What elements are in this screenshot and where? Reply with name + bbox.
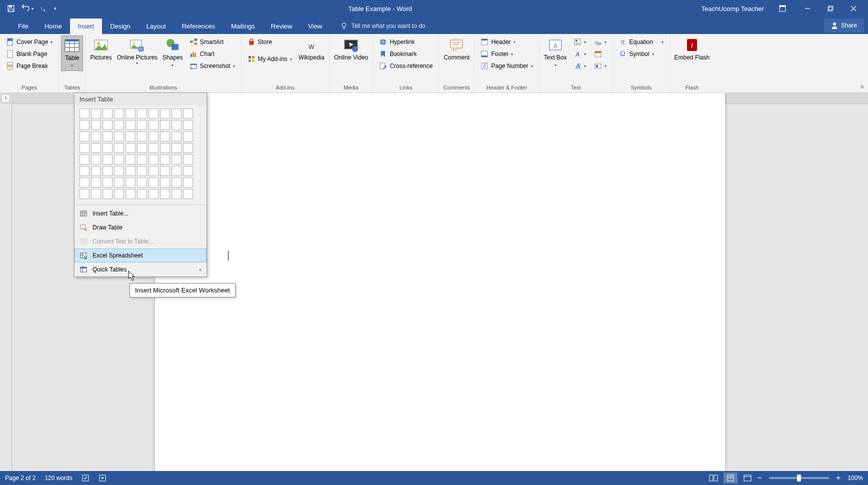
grid-cell[interactable] (137, 143, 147, 153)
grid-cell[interactable] (137, 154, 147, 164)
zoom-thumb[interactable] (797, 474, 801, 482)
grid-cell[interactable] (172, 132, 182, 142)
grid-cell[interactable] (160, 189, 170, 199)
object-button[interactable]: ▾ (592, 60, 609, 72)
ribbon-display-options[interactable] (771, 1, 794, 16)
table-button[interactable]: Table▾ (61, 36, 83, 71)
macro-icon[interactable] (98, 474, 106, 482)
grid-cell[interactable] (172, 178, 182, 188)
vertical-ruler[interactable]: └ (0, 93, 12, 471)
grid-cell[interactable] (114, 120, 124, 130)
date-time-button[interactable] (592, 48, 609, 60)
grid-cell[interactable] (172, 154, 182, 164)
equation-button[interactable]: πEquation ▾ (616, 36, 666, 48)
footer-button[interactable]: Footer▾ (478, 48, 535, 60)
grid-cell[interactable] (80, 178, 90, 188)
grid-cell[interactable] (137, 166, 147, 176)
grid-cell[interactable] (148, 120, 158, 130)
grid-cell[interactable] (102, 120, 112, 130)
grid-cell[interactable] (148, 166, 158, 176)
grid-cell[interactable] (102, 178, 112, 188)
spelling-icon[interactable] (82, 474, 90, 482)
cross-reference-button[interactable]: Cross-reference (376, 60, 435, 72)
grid-cell[interactable] (102, 189, 112, 199)
page-number-button[interactable]: #Page Number▾ (478, 60, 535, 72)
grid-cell[interactable] (102, 132, 112, 142)
tab-review[interactable]: Review (263, 18, 300, 34)
wordart-button[interactable]: A▾ (571, 48, 588, 60)
header-button[interactable]: Header▾ (478, 36, 535, 48)
zoom-out-button[interactable]: − (758, 474, 762, 482)
grid-cell[interactable] (114, 154, 124, 164)
wikipedia-button[interactable]: WWikipedia (296, 36, 327, 62)
dropdown-item-draw-table[interactable]: Draw Table (74, 220, 206, 234)
drop-cap-button[interactable]: A▾ (571, 60, 588, 72)
grid-cell[interactable] (126, 143, 136, 153)
grid-cell[interactable] (172, 189, 182, 199)
grid-cell[interactable] (80, 189, 90, 199)
grid-cell[interactable] (102, 166, 112, 176)
grid-cell[interactable] (91, 143, 101, 153)
grid-cell[interactable] (91, 120, 101, 130)
grid-cell[interactable] (137, 120, 147, 130)
tab-layout[interactable]: Layout (138, 18, 174, 34)
grid-cell[interactable] (80, 166, 90, 176)
grid-cell[interactable] (137, 189, 147, 199)
tab-insert[interactable]: Insert (70, 18, 102, 34)
page-indicator[interactable]: Page 2 of 2 (5, 474, 36, 482)
tab-selector[interactable]: └ (1, 94, 10, 103)
text-box-button[interactable]: AText Box▾ (542, 36, 570, 70)
comment-button[interactable]: Comment (441, 36, 472, 62)
grid-cell[interactable] (137, 108, 147, 118)
web-layout-button[interactable] (740, 472, 754, 484)
hyperlink-button[interactable]: Hyperlink (376, 36, 435, 48)
grid-cell[interactable] (137, 132, 147, 142)
grid-cell[interactable] (160, 108, 170, 118)
cover-page-button[interactable]: Cover Page▾ (4, 36, 55, 48)
grid-cell[interactable] (160, 120, 170, 130)
minimize-button[interactable] (796, 1, 819, 16)
grid-cell[interactable] (114, 178, 124, 188)
symbol-button[interactable]: ΩSymbol▾ (616, 48, 666, 60)
tab-mailings[interactable]: Mailings (223, 18, 263, 34)
grid-cell[interactable] (80, 132, 90, 142)
grid-cell[interactable] (91, 154, 101, 164)
grid-cell[interactable] (80, 120, 90, 130)
grid-cell[interactable] (172, 166, 182, 176)
grid-cell[interactable] (91, 166, 101, 176)
word-count[interactable]: 120 words (44, 474, 72, 482)
table-grid-picker[interactable] (74, 106, 206, 203)
qat-customize[interactable]: ▾ (51, 2, 59, 16)
grid-cell[interactable] (148, 108, 158, 118)
tell-me-search[interactable]: Tell me what you want to do (340, 22, 425, 34)
grid-cell[interactable] (114, 132, 124, 142)
grid-cell[interactable] (126, 166, 136, 176)
grid-cell[interactable] (91, 132, 101, 142)
grid-cell[interactable] (160, 143, 170, 153)
grid-cell[interactable] (91, 178, 101, 188)
tab-file[interactable]: File (10, 18, 36, 34)
read-mode-button[interactable] (706, 472, 720, 484)
bookmark-button[interactable]: Bookmark (376, 48, 435, 60)
dropdown-item-excel-spreadsheet[interactable]: XExcel Spreadsheet (74, 248, 206, 262)
dropdown-item-quick-tables[interactable]: Quick Tables▸ (74, 262, 206, 276)
grid-cell[interactable] (102, 154, 112, 164)
grid-cell[interactable] (183, 120, 193, 130)
grid-cell[interactable] (126, 178, 136, 188)
tab-view[interactable]: View (300, 18, 330, 34)
grid-cell[interactable] (183, 108, 193, 118)
grid-cell[interactable] (148, 143, 158, 153)
tab-references[interactable]: References (174, 18, 223, 34)
grid-cell[interactable] (183, 166, 193, 176)
grid-cell[interactable] (126, 108, 136, 118)
grid-cell[interactable] (160, 154, 170, 164)
grid-cell[interactable] (126, 189, 136, 199)
zoom-in-button[interactable]: + (836, 474, 840, 482)
dropdown-item-insert-table[interactable]: Insert Table... (74, 206, 206, 220)
grid-cell[interactable] (160, 166, 170, 176)
pictures-button[interactable]: Pictures (88, 36, 114, 62)
grid-cell[interactable] (114, 166, 124, 176)
grid-cell[interactable] (148, 132, 158, 142)
grid-cell[interactable] (172, 120, 182, 130)
user-name[interactable]: TeachUcomp Teacher (702, 5, 764, 12)
